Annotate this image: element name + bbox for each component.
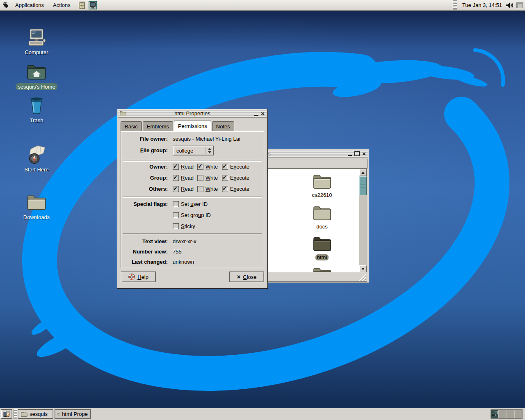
group-label: Group: — [124, 175, 168, 181]
life-ring-icon — [128, 274, 135, 280]
task-label: sesquis — [30, 411, 48, 417]
checkbox-icon — [173, 223, 179, 229]
desktop-icon-downloads[interactable]: Downloads — [14, 194, 59, 221]
checkbox-icon — [173, 175, 179, 181]
terminal-launcher[interactable] — [88, 1, 97, 10]
folder-icon — [57, 411, 60, 417]
show-desktop-icon — [3, 411, 10, 417]
task-button-html-properties[interactable]: html Prope — [55, 409, 91, 419]
close-button[interactable]: × — [261, 110, 265, 116]
workspace-3[interactable] — [507, 410, 515, 418]
notification-area-icon[interactable] — [516, 2, 523, 8]
vertical-scrollbar[interactable] — [359, 169, 367, 273]
scroll-up-button[interactable] — [359, 169, 367, 176]
resize-grip[interactable] — [358, 273, 366, 281]
group-read-checkbox[interactable]: Read — [173, 175, 194, 181]
special-flags-label: Special flags: — [124, 201, 168, 207]
number-view-value: 755 — [173, 249, 182, 255]
arrow-down-icon — [361, 268, 365, 270]
file-cabinet-icon — [78, 1, 86, 9]
separator — [123, 160, 262, 162]
monitor-icon — [89, 1, 97, 9]
owner-write-checkbox[interactable]: Write — [197, 164, 218, 170]
home-folder-icon — [26, 64, 47, 81]
show-desktop-button[interactable] — [1, 409, 12, 419]
special-flags-row-1: Special flags: Set user ID — [124, 201, 261, 208]
file-item-cs22610[interactable]: cs22610 — [304, 173, 340, 198]
others-write-checkbox[interactable]: Write — [197, 186, 218, 192]
text-view-label: Text view: — [124, 238, 168, 244]
arrow-up-icon — [361, 171, 365, 174]
file-item-docs[interactable]: docs — [304, 205, 340, 230]
help-button[interactable]: Help — [121, 272, 156, 282]
workspace-switcher[interactable] — [491, 409, 523, 419]
file-group-label: File group: — [124, 147, 168, 153]
desktop-icon-label: Downloads — [21, 214, 52, 221]
checkbox-icon — [173, 186, 179, 192]
minimize-button[interactable] — [254, 115, 258, 116]
set-group-id-checkbox[interactable]: Set group ID — [173, 212, 211, 218]
actions-menu[interactable]: Actions — [48, 0, 75, 10]
computer-icon — [27, 28, 46, 46]
dialog-tabs: Basic Emblems Permissions Notes — [121, 121, 235, 131]
file-manager-launcher[interactable] — [77, 1, 86, 10]
scroll-down-button[interactable] — [359, 265, 367, 272]
workspace-4[interactable] — [515, 410, 522, 418]
checkbox-icon — [173, 164, 179, 170]
checkbox-icon — [197, 175, 203, 181]
desktop-icon-home[interactable]: sesquis's Home — [14, 64, 59, 90]
group-execute-checkbox[interactable]: Execute — [222, 175, 249, 181]
sticky-checkbox[interactable]: Sticky — [173, 223, 195, 229]
set-user-id-checkbox[interactable]: Set user ID — [173, 201, 208, 207]
owner-label: Owner: — [124, 164, 168, 170]
file-item-label: docs — [315, 224, 329, 230]
special-flags-row-3: Sticky — [124, 223, 261, 231]
special-flags-row-2: Set group ID — [124, 212, 261, 219]
last-changed-row: Last changed: unknown — [124, 259, 261, 266]
volume-icon[interactable] — [505, 2, 514, 9]
desktop-icon-trash[interactable]: Trash — [14, 96, 59, 124]
desktop-icon-label: Computer — [23, 49, 50, 56]
tasklist-drag-handle[interactable] — [14, 409, 17, 419]
others-read-checkbox[interactable]: Read — [173, 186, 194, 192]
clock-applet[interactable]: Tue Jan 3, 14:51 — [459, 2, 505, 8]
applet-drag-handle[interactable] — [453, 0, 457, 10]
task-label: html Prope — [62, 411, 88, 417]
minimize-button[interactable] — [348, 155, 352, 156]
file-group-row: File group: college — [124, 146, 261, 155]
dialog-titlebar[interactable]: html Properties × — [118, 110, 267, 118]
dropdown-arrows-icon — [205, 147, 213, 154]
workspace-1[interactable] — [491, 410, 499, 418]
file-item-label: cs22610 — [310, 192, 333, 198]
tab-permissions[interactable]: Permissions — [174, 121, 211, 131]
permissions-row-owner: Owner: Read Write Execute — [124, 164, 261, 171]
folder-icon — [26, 194, 47, 211]
folder-icon — [313, 173, 331, 190]
applications-menu[interactable]: Applications — [11, 0, 48, 10]
workspace-2[interactable] — [499, 410, 507, 418]
file-group-dropdown[interactable]: college — [173, 146, 214, 155]
number-view-row: Number view: 755 — [124, 249, 261, 256]
desktop-icon-start-here[interactable]: Start Here — [14, 144, 59, 173]
file-owner-value: sesquis - Michael Yi-Ling Lai — [173, 136, 240, 142]
owner-read-checkbox[interactable]: Read — [173, 164, 194, 170]
tab-basic[interactable]: Basic — [121, 121, 142, 131]
others-execute-checkbox[interactable]: Execute — [222, 186, 249, 192]
last-changed-value: unknown — [173, 259, 194, 265]
task-button-sesquis[interactable]: sesquis — [18, 409, 53, 419]
start-here-icon — [26, 144, 47, 164]
tab-emblems[interactable]: Emblems — [143, 121, 173, 131]
file-item-html[interactable]: html — [304, 236, 340, 260]
properties-dialog[interactable]: html Properties × Basic Emblems Permissi… — [117, 109, 268, 289]
file-group-value: college — [176, 148, 193, 154]
tab-notes[interactable]: Notes — [212, 121, 234, 131]
scrollbar-thumb[interactable] — [359, 176, 367, 195]
owner-execute-checkbox[interactable]: Execute — [222, 164, 249, 170]
group-write-checkbox[interactable]: Write — [197, 175, 218, 181]
close-button[interactable]: × — [362, 151, 366, 157]
desktop-icon-computer[interactable]: Computer — [14, 28, 59, 56]
gnome-foot-icon[interactable] — [0, 2, 11, 9]
maximize-button[interactable] — [354, 151, 360, 156]
close-button[interactable]: × Close — [229, 272, 264, 282]
last-changed-label: Last changed: — [124, 259, 168, 265]
